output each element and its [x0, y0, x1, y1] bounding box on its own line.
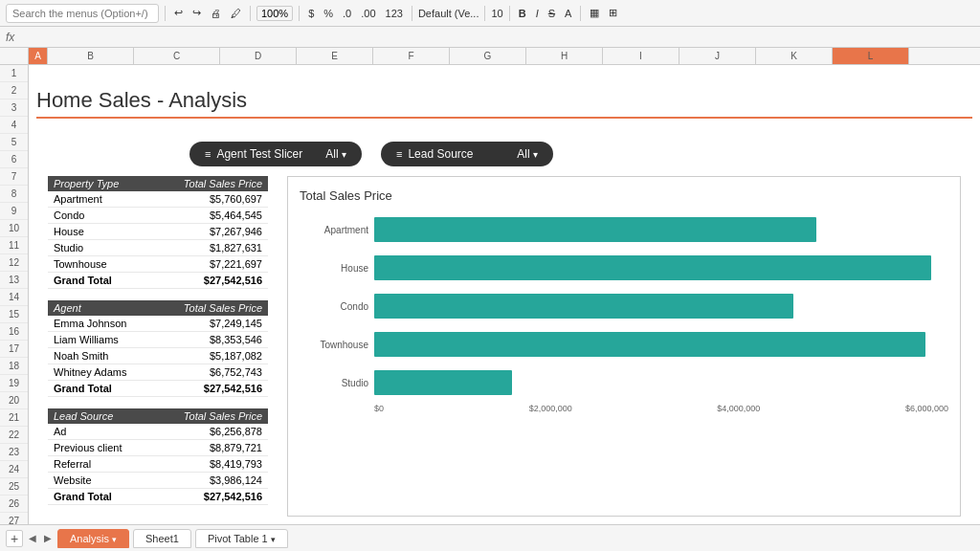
- x-label-3: $6,000,000: [905, 404, 948, 413]
- redo-button[interactable]: ↪: [189, 6, 204, 20]
- property-type-sales-header: Total Sales Price: [149, 176, 268, 191]
- col-header-e: E: [297, 48, 373, 64]
- row-label: Website: [48, 473, 151, 489]
- row-label: House: [48, 224, 149, 240]
- row-num-26: 26: [0, 496, 28, 513]
- col-header-h: H: [526, 48, 603, 64]
- table-row: House$7,267,946: [48, 224, 268, 240]
- paint-format-button[interactable]: 🖊: [228, 7, 244, 20]
- currency-button[interactable]: $: [305, 7, 317, 20]
- font-size-selector[interactable]: 10: [491, 8, 502, 19]
- row-num-3: 3: [0, 99, 28, 117]
- agent-col-header: Agent: [48, 300, 154, 316]
- chart-section: Total Sales Price ApartmentHouseCondoTow…: [287, 176, 961, 517]
- tab-pivot-dropdown[interactable]: ▾: [271, 535, 276, 544]
- decimal-dec-button[interactable]: .0: [340, 7, 354, 20]
- toolbar-separator7: [580, 6, 581, 21]
- tab-nav-right[interactable]: ▶: [42, 533, 54, 543]
- property-type-col-header: Property Type: [48, 176, 149, 191]
- bar-row: Condo: [300, 289, 948, 323]
- dashboard-title: Home Sales - Analysis: [36, 88, 247, 113]
- agent-sales-header: Total Sales Price: [154, 300, 268, 316]
- row-num-25: 25: [0, 478, 28, 496]
- slicer-left-lead: ≡ Lead Source: [396, 147, 473, 161]
- row-value: $6,256,878: [151, 424, 268, 440]
- table-row: Townhouse$7,221,697: [48, 256, 268, 273]
- number-format-button[interactable]: 123: [383, 7, 406, 20]
- row-value: $5,187,082: [154, 348, 268, 364]
- lead-source-slicer-button[interactable]: ≡ Lead Source All ▾: [381, 142, 553, 166]
- decimal-inc-button[interactable]: .00: [358, 7, 378, 20]
- undo-button[interactable]: ↩: [171, 6, 186, 20]
- row-label: Emma Johnson: [48, 316, 154, 332]
- row-value: $3,986,124: [151, 473, 268, 489]
- row-label: Whitney Adams: [48, 364, 154, 381]
- row-num-4: 4: [0, 117, 28, 134]
- bar-container: [374, 217, 948, 242]
- row-num-8: 8: [0, 186, 28, 203]
- bar-label: Apartment: [300, 225, 368, 235]
- text-color-button[interactable]: A: [562, 7, 574, 20]
- menu-search-input[interactable]: [6, 4, 159, 23]
- table-row: Referral$8,419,793: [48, 456, 268, 473]
- row-num-10: 10: [0, 220, 28, 237]
- bar-label: Condo: [300, 301, 368, 312]
- row-num-12: 12: [0, 254, 28, 272]
- agent-grand-total-value: $27,542,516: [154, 381, 268, 397]
- property-grand-total-label: Grand Total: [48, 273, 149, 289]
- table-row: Ad$6,256,878: [48, 424, 268, 440]
- agent-slicer-button[interactable]: ≡ Agent Test Slicer All ▾: [189, 142, 362, 166]
- row-num-18: 18: [0, 358, 28, 375]
- chart-x-axis: $0 $2,000,000 $4,000,000 $6,000,000: [374, 404, 948, 413]
- font-selector[interactable]: Default (Ve...: [418, 8, 479, 19]
- main-content: Property Type Total Sales Price Apartmen…: [36, 176, 972, 517]
- tab-analysis-dropdown[interactable]: ▾: [112, 535, 117, 544]
- bar-fill: [374, 255, 931, 280]
- agent-slicer-label: Agent Test Slicer: [216, 147, 302, 161]
- table-row: Condo$5,464,545: [48, 208, 268, 224]
- row-value: $5,464,545: [149, 208, 268, 224]
- spreadsheet-content: Home Sales - Analysis ≡ Agent Test Slice…: [29, 65, 980, 524]
- merge-button[interactable]: ⊞: [606, 6, 620, 20]
- bar-label: House: [300, 263, 368, 274]
- row-num-21: 21: [0, 409, 28, 427]
- lead-filter-icon: ≡: [396, 148, 402, 160]
- tab-analysis[interactable]: Analysis ▾: [57, 529, 129, 548]
- x-label-1: $2,000,000: [529, 404, 572, 413]
- row-value: $5,760,697: [149, 191, 268, 208]
- column-headers: A B C D E F G H I J K L: [0, 48, 980, 65]
- row-numbers: 1 2 3 4 5 6 7 8 9 10 11 12 13 14 15 16 1…: [0, 65, 29, 524]
- row-num-23: 23: [0, 444, 28, 461]
- row-value: $8,353,546: [154, 332, 268, 348]
- bar-row: House: [300, 251, 948, 285]
- lead-slicer-value: All ▾: [517, 147, 538, 161]
- row-num-6: 6: [0, 151, 28, 168]
- row-num-17: 17: [0, 341, 28, 358]
- agent-slicer-value: All ▾: [325, 147, 346, 161]
- row-value: $7,221,697: [149, 256, 268, 273]
- col-header-i: I: [603, 48, 679, 64]
- bar-fill: [374, 332, 925, 357]
- print-button[interactable]: 🖨: [208, 7, 224, 20]
- percent-button[interactable]: %: [321, 7, 336, 20]
- toolbar-separator2: [250, 6, 251, 21]
- tab-nav-left[interactable]: ◀: [27, 533, 38, 543]
- add-sheet-button[interactable]: +: [6, 530, 23, 547]
- row-spacer-1: [36, 67, 972, 84]
- table-row: Apartment$5,760,697: [48, 191, 268, 208]
- table-row: Website$3,986,124: [48, 473, 268, 489]
- tab-pivot-table-1[interactable]: Pivot Table 1 ▾: [195, 529, 288, 548]
- bold-button[interactable]: B: [516, 7, 529, 20]
- strikethrough-button[interactable]: S: [546, 7, 558, 20]
- row-label: Previous client: [48, 440, 151, 456]
- bar-label: Townhouse: [300, 340, 368, 350]
- tab-sheet1[interactable]: Sheet1: [133, 529, 191, 548]
- table-row: Studio$1,827,631: [48, 240, 268, 256]
- row-num-27: 27: [0, 513, 28, 524]
- lead-grand-total-value: $27,542,516: [151, 489, 268, 505]
- borders-button[interactable]: ▦: [587, 6, 602, 20]
- col-header-f: F: [373, 48, 450, 64]
- lead-source-sales-header: Total Sales Price: [151, 408, 268, 424]
- italic-button[interactable]: I: [533, 7, 542, 20]
- formula-bar: fx: [0, 27, 980, 48]
